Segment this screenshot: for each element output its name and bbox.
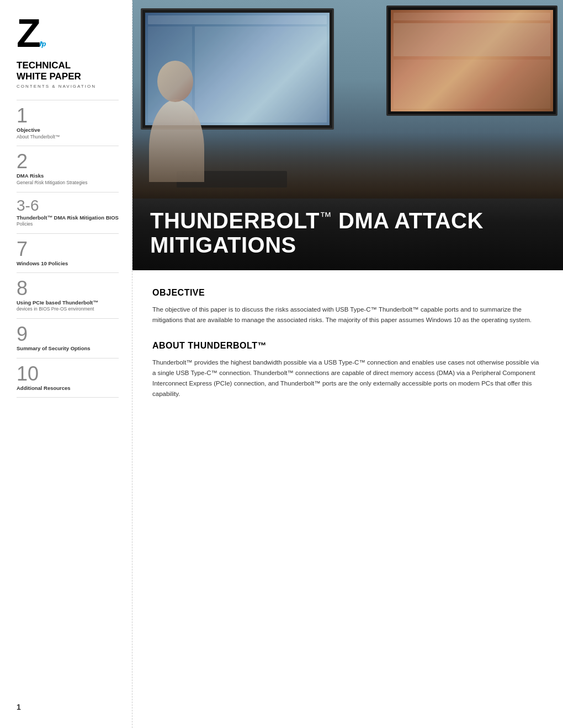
nav-item-8[interactable]: 8 Using PCIe based Thunderbolt™ devices … xyxy=(17,273,119,319)
nav-label-3-6-primary: Thunderbolt™ DMA Risk Mitigation BIOS xyxy=(17,214,119,221)
logo-area: Z /hp xyxy=(17,17,119,50)
table-of-contents: 1 Objective About Thunderbolt™ 2 DMA Ris… xyxy=(17,100,119,398)
nav-item-7[interactable]: 7 Windows 10 Policies xyxy=(17,234,119,273)
nav-label-10-primary: Additional Resources xyxy=(17,384,119,392)
hero-area: THUNDERBOLT™ DMA ATTACK MITIGATIONS xyxy=(132,0,563,270)
nav-label-3-6-secondary: Policies xyxy=(17,221,119,228)
nav-label-8-secondary: devices in BIOS Pre-OS environment xyxy=(17,306,119,313)
hero-image xyxy=(132,0,563,199)
hp-logo: /hp xyxy=(40,41,44,47)
sidebar: Z /hp TECHNICAL WHITE PAPER CONTENTS & N… xyxy=(0,0,132,728)
person-silhouette-head xyxy=(157,61,193,102)
page-number: 1 xyxy=(17,692,119,711)
nav-label: CONTENTS & NAVIGATION xyxy=(17,84,119,89)
nav-number-2: 2 xyxy=(17,152,119,172)
logo-z-icon: Z /hp xyxy=(17,17,119,50)
section-body-about: Thunderbolt™ provides the highest bandwi… xyxy=(152,357,543,399)
nav-label-9-primary: Summary of Security Options xyxy=(17,345,119,352)
hero-title-line2: DMA ATTACK xyxy=(338,208,484,233)
nav-label-2-secondary: General Risk Mitigation Strategies xyxy=(17,180,119,186)
nav-item-9[interactable]: 9 Summary of Security Options xyxy=(17,319,119,358)
hero-title: THUNDERBOLT™ DMA ATTACK MITIGATIONS xyxy=(150,208,484,257)
main-content: THUNDERBOLT™ DMA ATTACK MITIGATIONS OBJE… xyxy=(132,0,563,728)
nav-number-7: 7 xyxy=(17,239,119,259)
nav-label-8-primary: Using PCIe based Thunderbolt™ xyxy=(17,299,119,306)
z-letter: Z xyxy=(17,17,39,50)
nav-number-1: 1 xyxy=(17,106,119,126)
nav-item-10[interactable]: 10 Additional Resources xyxy=(17,358,119,398)
nav-item-1[interactable]: 1 Objective About Thunderbolt™ xyxy=(17,100,119,146)
section-heading-about: ABOUT THUNDERBOLT™ xyxy=(152,341,543,351)
nav-label-1-secondary: About Thunderbolt™ xyxy=(17,134,119,141)
hero-dark-overlay: THUNDERBOLT™ DMA ATTACK MITIGATIONS xyxy=(132,190,563,270)
section-heading-objective: OBJECTIVE xyxy=(152,288,543,298)
section-body-objective: The objective of this paper is to discus… xyxy=(152,304,543,325)
doc-subtype: WHITE PAPER xyxy=(17,71,119,82)
body-content: OBJECTIVE The objective of this paper is… xyxy=(132,270,563,421)
nav-number-10: 10 xyxy=(17,364,119,384)
document-title-block: TECHNICAL WHITE PAPER CONTENTS & NAVIGAT… xyxy=(17,60,119,89)
nav-number-3-6: 3-6 xyxy=(17,198,119,213)
nav-label-7-primary: Windows 10 Policies xyxy=(17,260,119,267)
nav-number-9: 9 xyxy=(17,324,119,344)
nav-item-2[interactable]: 2 DMA Risks General Risk Mitigation Stra… xyxy=(17,146,119,192)
doc-type: TECHNICAL xyxy=(17,60,119,71)
desk-scene xyxy=(132,0,563,199)
monitor-right-screen xyxy=(391,10,553,111)
hero-tm-symbol: ™ xyxy=(320,210,332,223)
nav-label-2-primary: DMA Risks xyxy=(17,172,119,179)
nav-label-1-primary: Objective xyxy=(17,126,119,133)
nav-number-8: 8 xyxy=(17,279,119,298)
nav-item-3-6[interactable]: 3-6 Thunderbolt™ DMA Risk Mitigation BIO… xyxy=(17,192,119,234)
hero-title-line1: THUNDERBOLT xyxy=(150,208,320,233)
hero-title-line3: MITIGATIONS xyxy=(150,233,296,257)
monitor-right xyxy=(386,6,557,116)
